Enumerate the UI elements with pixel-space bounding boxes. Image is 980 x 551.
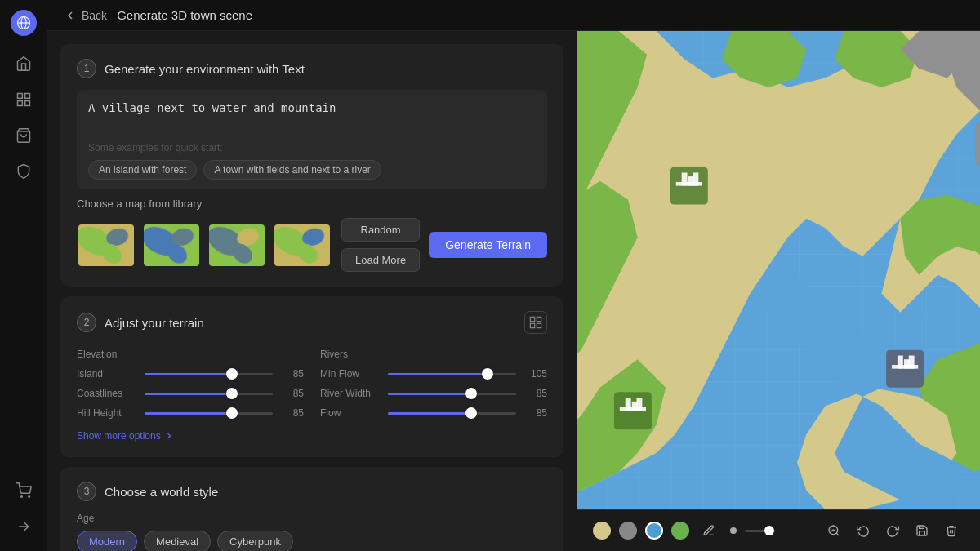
slider-island-value: 85: [279, 368, 304, 380]
section2-number: 2: [77, 313, 96, 332]
library-label: Choose a map from library: [77, 198, 547, 210]
sidebar-item-assets[interactable]: [9, 121, 38, 150]
toolbar-right-buttons: [822, 518, 964, 543]
slider-flow-label: Flow: [320, 407, 381, 419]
slider-coastlines-track[interactable]: [145, 393, 273, 395]
section2-title: Adjust your terrain: [105, 316, 204, 330]
app-logo[interactable]: [11, 10, 37, 36]
load-more-button[interactable]: Load More: [341, 248, 420, 272]
slider-island: Island 85: [77, 368, 304, 380]
rivers-group: Rivers Min Flow 105 River Width: [320, 345, 547, 427]
chip-medieval[interactable]: Medieval: [144, 531, 211, 551]
section3-title: Choose a world style: [105, 485, 218, 499]
map-thumb-1[interactable]: [77, 223, 136, 268]
brush-size-slider[interactable]: [745, 530, 775, 532]
map-preview: [577, 31, 980, 551]
age-chips: Modern Medieval Cyberpunk: [77, 531, 547, 551]
slider-hill-value: 85: [279, 407, 304, 419]
section3-header: 3 Choose a world style: [77, 482, 547, 501]
slider-hill-label: Hill Height: [77, 407, 138, 419]
chip-modern[interactable]: Modern: [77, 531, 137, 551]
svg-line-59: [836, 533, 839, 535]
slider-min-flow-track[interactable]: [388, 373, 516, 375]
sidebar-item-home[interactable]: [9, 49, 38, 78]
page-title: Generate 3D town scene: [117, 8, 252, 22]
save-button[interactable]: [910, 518, 934, 543]
slider-coastlines: Coastlines 85: [77, 388, 304, 399]
svg-rect-11: [537, 317, 541, 321]
color-water[interactable]: [645, 522, 663, 540]
section3-number: 3: [77, 482, 96, 501]
color-sand[interactable]: [593, 522, 611, 540]
generate-terrain-button[interactable]: Generate Terrain: [429, 232, 547, 258]
chip-cyberpunk[interactable]: Cyberpunk: [217, 531, 293, 551]
slider-river-width-label: River Width: [320, 388, 381, 399]
sidebar-item-export[interactable]: [9, 512, 38, 541]
svg-rect-57: [620, 407, 646, 411]
sidebar-item-cart[interactable]: [9, 476, 38, 505]
svg-rect-5: [18, 101, 23, 106]
section1-number: 1: [77, 59, 96, 78]
quick-start-chips: An island with forest A town with fields…: [88, 160, 536, 180]
left-panel: 1 Generate your environment with Text A …: [47, 31, 577, 551]
color-gray[interactable]: [619, 522, 637, 540]
environment-text-input[interactable]: A village next to water and mountain: [88, 100, 536, 134]
svg-rect-52: [892, 365, 918, 369]
chip-island-forest[interactable]: An island with forest: [88, 160, 197, 180]
slider-hill-track[interactable]: [145, 412, 273, 415]
redo-button[interactable]: [880, 518, 905, 543]
svg-rect-47: [676, 182, 702, 186]
sidebar: [0, 0, 47, 551]
slider-coastlines-value: 85: [279, 388, 304, 399]
rivers-label: Rivers: [320, 349, 547, 360]
text-input-container: A village next to water and mountain Som…: [77, 90, 547, 189]
map-thumb-4[interactable]: [273, 223, 332, 268]
sliders-grid: Elevation Island 85 Coastlines: [77, 345, 547, 427]
section-world-style: 3 Choose a world style Age Modern Mediev…: [60, 467, 564, 551]
slider-coastlines-label: Coastlines: [77, 388, 138, 399]
map-svg: [577, 31, 980, 509]
delete-button[interactable]: [939, 518, 964, 543]
slider-island-label: Island: [77, 368, 138, 380]
svg-rect-13: [537, 323, 541, 327]
map-library-row: Random Load More Generate Terrain: [77, 218, 547, 272]
svg-rect-10: [530, 317, 534, 321]
pencil-tool[interactable]: [697, 519, 720, 542]
age-label: Age: [77, 513, 547, 524]
expand-terrain-icon[interactable]: [524, 311, 547, 334]
section1-header: 1 Generate your environment with Text: [77, 59, 547, 78]
slider-min-flow-value: 105: [523, 368, 547, 380]
map-canvas-area[interactable]: [577, 31, 980, 509]
undo-button[interactable]: [851, 518, 875, 543]
random-button[interactable]: Random: [341, 218, 420, 242]
sidebar-item-grid[interactable]: [9, 85, 38, 114]
slider-flow-value: 85: [523, 407, 547, 419]
zoom-out-button[interactable]: [822, 518, 846, 543]
slider-river-width-track[interactable]: [388, 393, 516, 395]
slider-flow-track[interactable]: [388, 412, 516, 415]
color-green[interactable]: [671, 522, 689, 540]
elevation-group: Elevation Island 85 Coastlines: [77, 345, 304, 427]
back-label: Back: [82, 9, 107, 22]
svg-point-8: [21, 496, 23, 498]
slider-flow: Flow 85: [320, 407, 547, 419]
show-more-options[interactable]: Show more options: [77, 430, 174, 442]
map-thumb-3[interactable]: [207, 223, 266, 268]
content-area: 1 Generate your environment with Text A …: [47, 31, 980, 551]
chip-town-river[interactable]: A town with fields and next to a river: [203, 160, 381, 180]
sidebar-item-shield[interactable]: [9, 157, 38, 186]
map-thumb-2[interactable]: [142, 223, 201, 268]
slider-island-track[interactable]: [145, 373, 273, 375]
slider-river-width-value: 85: [523, 388, 547, 399]
elevation-label: Elevation: [77, 349, 304, 360]
section-generate-text: 1 Generate your environment with Text A …: [60, 44, 564, 287]
svg-point-9: [29, 496, 30, 498]
back-button[interactable]: Back: [64, 9, 107, 22]
slider-min-flow-label: Min Flow: [320, 368, 381, 380]
svg-rect-4: [25, 94, 30, 99]
map-action-buttons: Random Load More: [341, 218, 420, 272]
svg-rect-6: [25, 101, 30, 106]
slider-river-width: River Width 85: [320, 388, 547, 399]
header: Back Generate 3D town scene: [47, 0, 980, 31]
map-toolbar: [577, 509, 980, 551]
